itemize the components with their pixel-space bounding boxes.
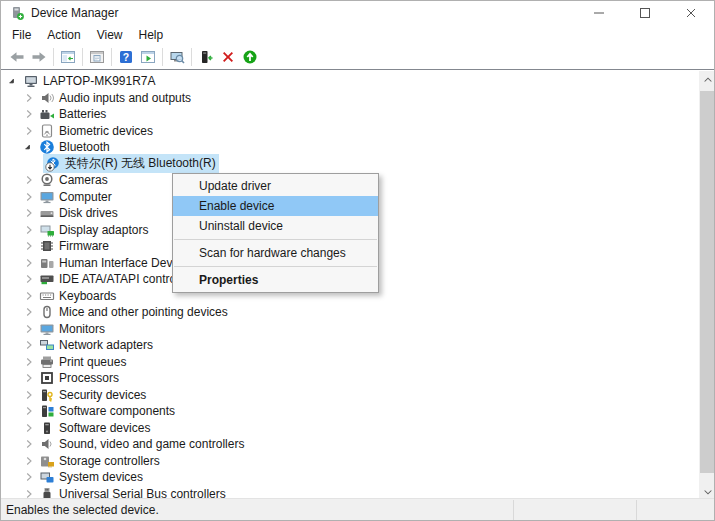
update-driver-icon: [242, 49, 258, 65]
tree-item[interactable]: System devices: [1, 469, 715, 486]
device-entry[interactable]: System devices: [37, 469, 146, 485]
device-entry[interactable]: LAPTOP-MK991R7A: [21, 73, 159, 89]
tree-item[interactable]: Mice and other pointing devices: [1, 304, 715, 321]
expand-chevron-icon[interactable]: [21, 354, 37, 370]
tree-item[interactable]: Batteries: [1, 106, 715, 123]
expand-chevron-icon[interactable]: [21, 403, 37, 419]
back-arrow-button[interactable]: [6, 46, 28, 68]
tree-item[interactable]: 英特尔(R) 无线 Bluetooth(R): [1, 156, 715, 173]
expand-chevron-icon[interactable]: [21, 106, 37, 122]
device-label: Display adaptors: [58, 222, 151, 238]
device-entry[interactable]: Disk drives: [37, 205, 121, 221]
device-entry[interactable]: Biometric devices: [37, 123, 156, 139]
expand-chevron-icon[interactable]: [21, 123, 37, 139]
tree-item[interactable]: Biometric devices: [1, 123, 715, 140]
expand-chevron-icon[interactable]: [21, 222, 37, 238]
device-label: Print queues: [58, 354, 129, 370]
update-driver-button[interactable]: [239, 46, 261, 68]
menu-help[interactable]: Help: [131, 26, 172, 44]
device-entry[interactable]: Keyboards: [37, 288, 119, 304]
expand-chevron-icon[interactable]: [21, 370, 37, 386]
expand-chevron-icon[interactable]: [21, 436, 37, 452]
action-pane-button[interactable]: [137, 46, 159, 68]
expand-chevron-icon[interactable]: [21, 205, 37, 221]
device-entry[interactable]: Audio inputs and outputs: [37, 90, 194, 106]
device-entry[interactable]: Cameras: [37, 172, 111, 188]
enable-device-button[interactable]: [195, 46, 217, 68]
expand-chevron-icon[interactable]: [21, 238, 37, 254]
expand-chevron-icon[interactable]: [21, 321, 37, 337]
tree-item[interactable]: Bluetooth: [1, 139, 715, 156]
minimize-button[interactable]: [576, 1, 622, 25]
help-button[interactable]: ?: [115, 46, 137, 68]
device-label: Security devices: [58, 387, 149, 403]
tree-item[interactable]: Software components: [1, 403, 715, 420]
tree-item[interactable]: Storage controllers: [1, 453, 715, 470]
scan-hardware-button[interactable]: [166, 46, 188, 68]
context-menu-item-enable-device[interactable]: Enable device: [173, 196, 378, 216]
expand-chevron-icon[interactable]: [21, 288, 37, 304]
device-entry[interactable]: Software components: [37, 403, 178, 419]
bluetooth-disabled-icon: [45, 156, 61, 172]
menu-view[interactable]: View: [89, 26, 131, 44]
context-menu-item-properties[interactable]: Properties: [173, 270, 378, 290]
expand-chevron-icon[interactable]: [21, 469, 37, 485]
collapse-chevron-icon[interactable]: [5, 73, 21, 89]
device-entry[interactable]: Display adaptors: [37, 222, 151, 238]
device-entry[interactable]: Storage controllers: [37, 453, 163, 469]
chip-icon: [39, 238, 55, 254]
expand-chevron-icon[interactable]: [21, 387, 37, 403]
expand-chevron-icon[interactable]: [21, 90, 37, 106]
device-entry[interactable]: Monitors: [37, 321, 108, 337]
context-menu-item-update-driver[interactable]: Update driver: [173, 176, 378, 196]
expand-chevron-icon[interactable]: [21, 172, 37, 188]
device-entry[interactable]: Software devices: [37, 420, 153, 436]
close-button[interactable]: [668, 1, 714, 25]
menu-action[interactable]: Action: [39, 26, 88, 44]
tree-item[interactable]: LAPTOP-MK991R7A: [1, 73, 715, 90]
selected-device[interactable]: 英特尔(R) 无线 Bluetooth(R): [43, 154, 219, 173]
monitor2-icon: [39, 321, 55, 337]
uninstall-device-button[interactable]: [217, 46, 239, 68]
device-entry[interactable]: Mice and other pointing devices: [37, 304, 231, 320]
console-tree-button[interactable]: [57, 46, 79, 68]
device-entry[interactable]: Processors: [37, 370, 122, 386]
tree-item[interactable]: Security devices: [1, 387, 715, 404]
maximize-button[interactable]: [622, 1, 668, 25]
expand-chevron-icon[interactable]: [21, 271, 37, 287]
tree-item[interactable]: Monitors: [1, 321, 715, 338]
tree-item[interactable]: Audio inputs and outputs: [1, 90, 715, 107]
expand-chevron-icon[interactable]: [21, 304, 37, 320]
expand-chevron-icon[interactable]: [21, 337, 37, 353]
device-entry[interactable]: Firmware: [37, 238, 112, 254]
context-menu-separator: [174, 266, 377, 267]
tree-item[interactable]: Print queues: [1, 354, 715, 371]
tree-item[interactable]: Software devices: [1, 420, 715, 437]
menu-file[interactable]: File: [4, 26, 39, 44]
tree-item[interactable]: Processors: [1, 370, 715, 387]
device-entry[interactable]: Print queues: [37, 354, 129, 370]
device-entry[interactable]: Bluetooth: [37, 139, 113, 155]
device-entry[interactable]: Computer: [37, 189, 115, 205]
context-menu-item-scan-for-hardware-changes[interactable]: Scan for hardware changes: [173, 243, 378, 263]
expand-chevron-icon[interactable]: [21, 189, 37, 205]
scrollbar-thumb[interactable]: [700, 91, 715, 473]
tree-item[interactable]: Sound, video and game controllers: [1, 436, 715, 453]
collapse-chevron-icon[interactable]: [21, 139, 37, 155]
device-entry[interactable]: Security devices: [37, 387, 149, 403]
expand-chevron-icon[interactable]: [21, 420, 37, 436]
device-entry[interactable]: Sound, video and game controllers: [37, 436, 247, 452]
vertical-scrollbar[interactable]: [699, 71, 715, 500]
device-entry[interactable]: Network adapters: [37, 337, 156, 353]
context-menu-item-uninstall-device[interactable]: Uninstall device: [173, 216, 378, 236]
toolbar-separator: [111, 48, 112, 66]
back-arrow-icon: [9, 49, 25, 65]
scroll-up-button[interactable]: [699, 71, 715, 88]
properties-window-button[interactable]: [86, 46, 108, 68]
tree-item[interactable]: Network adapters: [1, 337, 715, 354]
device-entry[interactable]: Batteries: [37, 106, 109, 122]
expand-chevron-icon[interactable]: [21, 255, 37, 271]
device-label: Network adapters: [58, 337, 156, 353]
forward-arrow-button[interactable]: [28, 46, 50, 68]
expand-chevron-icon[interactable]: [21, 453, 37, 469]
